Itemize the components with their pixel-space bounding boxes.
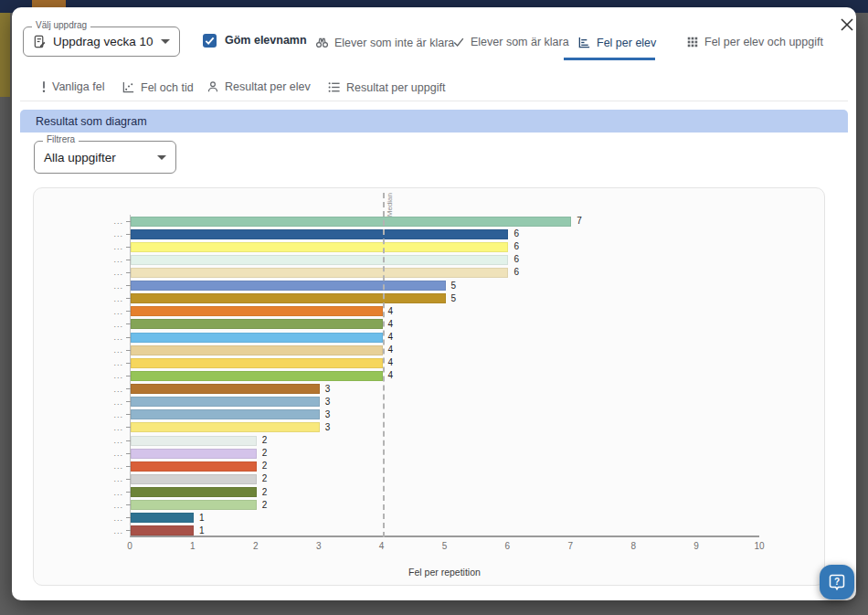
tab-label: Resultat per elev [225, 80, 311, 93]
median-line [383, 193, 385, 537]
bar [131, 268, 508, 278]
bar-value-label: 7 [577, 216, 582, 226]
help-button[interactable]: ? [820, 565, 854, 599]
bar-row: ...2 [131, 460, 759, 472]
category-label: ... [103, 345, 123, 355]
tab-resultat-per-elev[interactable]: Resultat per elev [206, 80, 311, 93]
chart-card: ...7...6...6...6...6...5...5...4...4...4… [33, 187, 825, 586]
category-label: ... [103, 514, 123, 523]
bar-row: ...2 [131, 472, 759, 485]
bar-row: ...2 [131, 499, 759, 512]
tab-label: Resultat per uppgift [346, 81, 445, 94]
tab-fel-och-tid[interactable]: Fel och tid [122, 80, 194, 94]
bar-row: ...1 [131, 525, 759, 537]
bar-row: ...2 [131, 434, 759, 447]
hide-names-label[interactable]: Göm elevnamn [225, 34, 307, 47]
tab-elever-som-ar-klara[interactable]: Elever som är klara [452, 36, 569, 48]
bar-value-label: 5 [451, 281, 457, 291]
bar [131, 345, 383, 355]
category-label: ... [103, 398, 123, 407]
bar-value-label: 4 [388, 370, 394, 380]
bar-value-label: 4 [388, 332, 394, 342]
check-icon [205, 36, 215, 46]
bar-value-label: 1 [199, 525, 205, 535]
category-label: ... [103, 501, 123, 510]
bar [131, 371, 383, 381]
category-label: ... [103, 294, 123, 303]
bar-value-label: 6 [513, 254, 519, 264]
bar [131, 293, 446, 303]
close-button[interactable] [837, 15, 857, 35]
bar-value-label: 1 [199, 513, 205, 523]
filter-select-label: Filtrera [43, 135, 79, 144]
bar-row: ...4 [131, 305, 759, 318]
filter-select[interactable]: Alla uppgifter [34, 141, 176, 174]
bar [131, 474, 257, 484]
x-tick-label: 3 [316, 541, 322, 551]
category-label: ... [103, 229, 123, 239]
close-icon [840, 17, 854, 32]
bar-value-label: 2 [262, 435, 268, 445]
bar-value-label: 3 [325, 422, 331, 432]
filter-select-value: Alla uppgifter [44, 151, 150, 164]
x-axis: 012345678910 [130, 541, 759, 554]
grid-icon [686, 36, 699, 48]
bar-row: ...3 [131, 396, 759, 408]
results-dialog: Uppdrag vecka 10 Välj uppdrag Göm elevna… [12, 7, 856, 600]
category-label: ... [103, 526, 123, 535]
tab-vanliga-fel[interactable]: Vanliga fel [41, 80, 104, 93]
bar-value-label: 2 [262, 461, 268, 471]
hide-names-checkbox[interactable] [203, 34, 217, 48]
category-label: ... [103, 255, 123, 264]
category-label: ... [103, 307, 123, 316]
tab-label: Elever som inte är klara [334, 37, 454, 49]
bar-value-label: 3 [325, 397, 331, 407]
category-label: ... [103, 461, 123, 471]
bar [131, 229, 508, 239]
x-tick-label: 0 [127, 541, 132, 551]
x-tick-label: 2 [253, 541, 259, 551]
x-tick-label: 8 [630, 541, 636, 551]
panel-title: Resultat som diagram [20, 115, 147, 128]
bar-value-label: 2 [262, 500, 268, 510]
x-tick-label: 6 [505, 541, 511, 551]
assignment-select-value: Uppdrag vecka 10 [53, 35, 153, 48]
bar [131, 333, 383, 343]
bar-value-label: 6 [513, 241, 519, 251]
bar-value-label: 4 [388, 306, 394, 316]
help-bubble-icon: ? [828, 573, 846, 591]
binoculars-icon [315, 36, 329, 49]
bar-row: ...7 [131, 215, 759, 228]
bar-row: ...4 [131, 331, 759, 344]
bar-value-label: 2 [262, 473, 268, 483]
check-icon [452, 36, 465, 48]
tab-fel-per-elev-och-uppgift[interactable]: Fel per elev och uppgift [686, 36, 823, 48]
bar [131, 255, 508, 265]
category-label: ... [103, 488, 123, 497]
bar-row: ...4 [131, 344, 759, 356]
scatter-chart-icon [122, 80, 135, 94]
tab-resultat-per-uppgift[interactable]: Resultat per uppgift [327, 80, 445, 94]
bar-value-label: 4 [388, 357, 394, 367]
bar-value-label: 4 [388, 345, 394, 355]
category-label: ... [103, 320, 123, 329]
bar-row: ...6 [131, 253, 759, 266]
x-tick-label: 4 [379, 541, 385, 551]
category-label: ... [103, 333, 123, 342]
bar-value-label: 2 [262, 487, 268, 497]
bar-row: ...2 [131, 486, 759, 499]
tab-fel-per-elev[interactable]: Fel per elev [577, 36, 656, 49]
assignment-select[interactable]: Uppdrag vecka 10 [23, 27, 180, 57]
bar-value-label: 4 [388, 319, 394, 329]
bar [131, 242, 508, 252]
bar-row: ...4 [131, 369, 759, 382]
assignment-icon [33, 35, 47, 48]
svg-text:?: ? [834, 577, 840, 587]
bar [131, 436, 257, 446]
bar [131, 306, 383, 316]
bar-row: ...6 [131, 240, 759, 253]
tab-label: Elever som är klara [471, 36, 569, 48]
tab-label: Fel per elev och uppgift [704, 36, 823, 48]
bar [131, 397, 320, 407]
tab-elever-som-inte-ar-klara[interactable]: Elever som inte är klara [315, 36, 454, 49]
